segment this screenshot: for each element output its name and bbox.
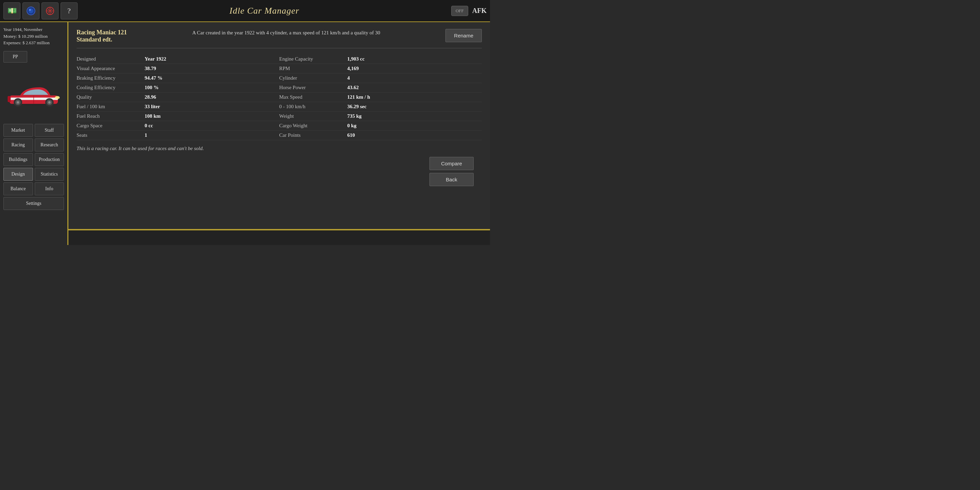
sidebar-item-staff[interactable]: Staff (35, 124, 64, 137)
car-name: Racing Maniac 121 (76, 29, 127, 36)
svg-rect-20 (8, 96, 11, 102)
stat-designed: Designed Year 1922 (76, 54, 279, 64)
energy-icon-btn[interactable] (22, 2, 40, 19)
afk-toggle-button[interactable]: OFF (451, 6, 468, 16)
stat-engine-capacity: Engine Capacity 1,903 cc (279, 54, 482, 64)
sidebar-item-production[interactable]: Production (35, 153, 64, 166)
stat-weight: Weight 735 kg (279, 111, 482, 121)
rename-button[interactable]: Rename (445, 29, 482, 42)
car-image (3, 79, 64, 109)
help-icon-btn[interactable]: ? (60, 2, 78, 19)
sidebar-item-balance[interactable]: Balance (3, 182, 33, 195)
topbar: 💵 ? Idle Car Manager OFF AF (0, 0, 490, 22)
main-layout: Year 1944, November Money: $ 10.299 mill… (0, 22, 490, 245)
stat-visual-appearance: Visual Appearance 38.79 (76, 64, 279, 73)
stats-right-col: Engine Capacity 1,903 cc RPM 4,169 Cylin… (279, 54, 482, 140)
stat-rpm: RPM 4,169 (279, 64, 482, 73)
year-line: Year 1944, November (3, 26, 64, 33)
content-area: Racing Maniac 121 Standard edt. A Car cr… (68, 22, 490, 245)
stat-cooling-efficiency: Cooling Efficiency 100 % (76, 83, 279, 92)
stat-seats: Seats 1 (76, 130, 279, 140)
svg-point-2 (29, 9, 31, 11)
sidebar-item-buildings[interactable]: Buildings (3, 153, 33, 166)
expenses-line: Expenses: $ 2.637 million (3, 40, 64, 46)
stat-cylinder: Cylinder 4 (279, 73, 482, 83)
svg-point-19 (55, 96, 60, 99)
stat-0-100: 0 - 100 km/h 36.29 sec (279, 102, 482, 111)
stats-grid: Designed Year 1922 Visual Appearance 38.… (76, 54, 482, 140)
topbar-icon-group: 💵 ? (3, 2, 78, 19)
sidebar-year: Year 1944, November Money: $ 10.299 mill… (3, 26, 64, 46)
target-icon-btn[interactable] (41, 2, 59, 19)
svg-point-5 (49, 10, 51, 12)
compare-button[interactable]: Compare (430, 157, 474, 170)
money-icon-btn[interactable]: 💵 (3, 2, 21, 19)
sidebar-item-market[interactable]: Market (3, 124, 33, 137)
svg-point-18 (48, 101, 51, 103)
stat-fuel-100km: Fuel / 100 km 33 liter (76, 102, 279, 111)
stat-cargo-weight: Cargo Weight 0 kg (279, 121, 482, 130)
stat-cargo-space: Cargo Space 0 cc (76, 121, 279, 130)
stats-left-col: Designed Year 1922 Visual Appearance 38.… (76, 54, 279, 140)
sidebar-item-settings[interactable]: Settings (3, 197, 64, 210)
car-info-panel: Racing Maniac 121 Standard edt. A Car cr… (68, 22, 490, 230)
car-description: A Car created in the year 1922 with 4 cy… (192, 29, 380, 37)
stat-quality: Quality 28.96 (76, 92, 279, 102)
stat-horse-power: Horse Power 43.62 (279, 83, 482, 92)
back-button[interactable]: Back (430, 173, 474, 186)
afk-label: AFK (472, 7, 487, 14)
car-info-header: Racing Maniac 121 Standard edt. A Car cr… (76, 29, 482, 48)
topbar-right: OFF AFK (451, 6, 487, 16)
bottom-bar (68, 230, 490, 245)
help-label: ? (67, 6, 71, 15)
sidebar-item-statistics[interactable]: Statistics (35, 168, 64, 181)
stat-max-speed: Max Speed 121 km / h (279, 92, 482, 102)
nav-grid: Market Staff Racing Research Buildings P… (3, 124, 64, 210)
pp-button[interactable]: PP (3, 51, 27, 63)
app-title: Idle Car Manager (78, 6, 451, 16)
sidebar-item-research[interactable]: Research (35, 138, 64, 151)
sidebar-item-design[interactable]: Design (3, 168, 33, 181)
money-line: Money: $ 10.299 million (3, 33, 64, 40)
sidebar: Year 1944, November Money: $ 10.299 mill… (0, 22, 68, 245)
flavor-text: This is a racing car. It can be used for… (76, 146, 482, 151)
car-name-block: Racing Maniac 121 Standard edt. (76, 29, 127, 43)
action-buttons: Compare Back (76, 157, 482, 192)
stat-braking-efficiency: Braking Efficiency 94.47 % (76, 73, 279, 83)
car-edition: Standard edt. (76, 36, 127, 43)
stat-fuel-reach: Fuel Reach 108 km (76, 111, 279, 121)
stat-car-points: Car Points 610 (279, 130, 482, 140)
sidebar-item-info[interactable]: Info (35, 182, 64, 195)
sidebar-item-racing[interactable]: Racing (3, 138, 33, 151)
car-image-area (3, 70, 64, 118)
svg-point-15 (17, 101, 19, 103)
